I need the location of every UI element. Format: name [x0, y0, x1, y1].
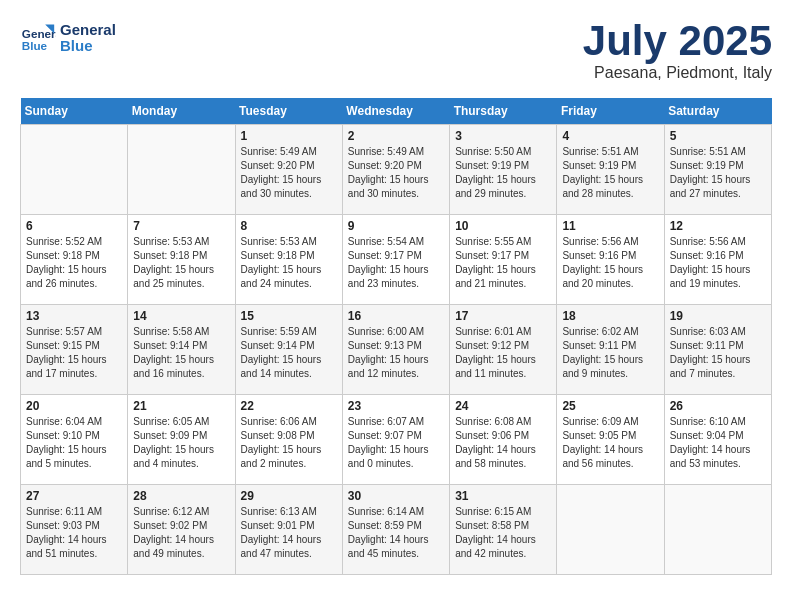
calendar-cell: 21Sunrise: 6:05 AM Sunset: 9:09 PM Dayli… [128, 395, 235, 485]
day-info: Sunrise: 5:56 AM Sunset: 9:16 PM Dayligh… [562, 235, 658, 291]
calendar-cell: 22Sunrise: 6:06 AM Sunset: 9:08 PM Dayli… [235, 395, 342, 485]
day-number: 16 [348, 309, 444, 323]
day-number: 29 [241, 489, 337, 503]
day-number: 4 [562, 129, 658, 143]
day-info: Sunrise: 6:05 AM Sunset: 9:09 PM Dayligh… [133, 415, 229, 471]
day-number: 2 [348, 129, 444, 143]
day-info: Sunrise: 6:03 AM Sunset: 9:11 PM Dayligh… [670, 325, 766, 381]
day-info: Sunrise: 5:52 AM Sunset: 9:18 PM Dayligh… [26, 235, 122, 291]
day-number: 6 [26, 219, 122, 233]
calendar-cell: 8Sunrise: 5:53 AM Sunset: 9:18 PM Daylig… [235, 215, 342, 305]
day-info: Sunrise: 6:11 AM Sunset: 9:03 PM Dayligh… [26, 505, 122, 561]
calendar-cell: 5Sunrise: 5:51 AM Sunset: 9:19 PM Daylig… [664, 125, 771, 215]
calendar: SundayMondayTuesdayWednesdayThursdayFrid… [20, 98, 772, 575]
calendar-cell: 1Sunrise: 5:49 AM Sunset: 9:20 PM Daylig… [235, 125, 342, 215]
calendar-cell: 12Sunrise: 5:56 AM Sunset: 9:16 PM Dayli… [664, 215, 771, 305]
calendar-cell: 26Sunrise: 6:10 AM Sunset: 9:04 PM Dayli… [664, 395, 771, 485]
day-info: Sunrise: 6:06 AM Sunset: 9:08 PM Dayligh… [241, 415, 337, 471]
day-number: 31 [455, 489, 551, 503]
calendar-cell: 6Sunrise: 5:52 AM Sunset: 9:18 PM Daylig… [21, 215, 128, 305]
day-number: 8 [241, 219, 337, 233]
day-info: Sunrise: 5:58 AM Sunset: 9:14 PM Dayligh… [133, 325, 229, 381]
day-info: Sunrise: 6:13 AM Sunset: 9:01 PM Dayligh… [241, 505, 337, 561]
weekday-header: Sunday [21, 98, 128, 125]
calendar-cell: 19Sunrise: 6:03 AM Sunset: 9:11 PM Dayli… [664, 305, 771, 395]
day-number: 3 [455, 129, 551, 143]
day-number: 7 [133, 219, 229, 233]
calendar-cell: 24Sunrise: 6:08 AM Sunset: 9:06 PM Dayli… [450, 395, 557, 485]
day-number: 1 [241, 129, 337, 143]
calendar-cell: 3Sunrise: 5:50 AM Sunset: 9:19 PM Daylig… [450, 125, 557, 215]
day-number: 11 [562, 219, 658, 233]
calendar-cell: 15Sunrise: 5:59 AM Sunset: 9:14 PM Dayli… [235, 305, 342, 395]
day-info: Sunrise: 6:12 AM Sunset: 9:02 PM Dayligh… [133, 505, 229, 561]
weekday-header: Friday [557, 98, 664, 125]
day-number: 19 [670, 309, 766, 323]
logo-general: General [60, 22, 116, 39]
calendar-cell: 23Sunrise: 6:07 AM Sunset: 9:07 PM Dayli… [342, 395, 449, 485]
weekday-header-row: SundayMondayTuesdayWednesdayThursdayFrid… [21, 98, 772, 125]
weekday-header: Monday [128, 98, 235, 125]
day-info: Sunrise: 5:51 AM Sunset: 9:19 PM Dayligh… [670, 145, 766, 201]
day-info: Sunrise: 6:15 AM Sunset: 8:58 PM Dayligh… [455, 505, 551, 561]
day-number: 5 [670, 129, 766, 143]
day-info: Sunrise: 5:53 AM Sunset: 9:18 PM Dayligh… [241, 235, 337, 291]
day-number: 24 [455, 399, 551, 413]
day-info: Sunrise: 5:50 AM Sunset: 9:19 PM Dayligh… [455, 145, 551, 201]
calendar-cell: 7Sunrise: 5:53 AM Sunset: 9:18 PM Daylig… [128, 215, 235, 305]
day-info: Sunrise: 6:14 AM Sunset: 8:59 PM Dayligh… [348, 505, 444, 561]
calendar-cell: 27Sunrise: 6:11 AM Sunset: 9:03 PM Dayli… [21, 485, 128, 575]
calendar-week-row: 13Sunrise: 5:57 AM Sunset: 9:15 PM Dayli… [21, 305, 772, 395]
weekday-header: Tuesday [235, 98, 342, 125]
title-block: July 2025 Paesana, Piedmont, Italy [583, 20, 772, 82]
calendar-week-row: 6Sunrise: 5:52 AM Sunset: 9:18 PM Daylig… [21, 215, 772, 305]
day-info: Sunrise: 6:01 AM Sunset: 9:12 PM Dayligh… [455, 325, 551, 381]
calendar-cell: 13Sunrise: 5:57 AM Sunset: 9:15 PM Dayli… [21, 305, 128, 395]
calendar-cell: 17Sunrise: 6:01 AM Sunset: 9:12 PM Dayli… [450, 305, 557, 395]
day-number: 15 [241, 309, 337, 323]
logo: General Blue General Blue [20, 20, 116, 56]
calendar-cell [21, 125, 128, 215]
day-number: 30 [348, 489, 444, 503]
day-number: 13 [26, 309, 122, 323]
weekday-header: Wednesday [342, 98, 449, 125]
day-number: 20 [26, 399, 122, 413]
day-info: Sunrise: 5:53 AM Sunset: 9:18 PM Dayligh… [133, 235, 229, 291]
calendar-cell: 16Sunrise: 6:00 AM Sunset: 9:13 PM Dayli… [342, 305, 449, 395]
calendar-cell: 18Sunrise: 6:02 AM Sunset: 9:11 PM Dayli… [557, 305, 664, 395]
calendar-cell: 25Sunrise: 6:09 AM Sunset: 9:05 PM Dayli… [557, 395, 664, 485]
day-number: 21 [133, 399, 229, 413]
calendar-week-row: 1Sunrise: 5:49 AM Sunset: 9:20 PM Daylig… [21, 125, 772, 215]
day-number: 23 [348, 399, 444, 413]
day-number: 25 [562, 399, 658, 413]
day-number: 10 [455, 219, 551, 233]
calendar-cell: 29Sunrise: 6:13 AM Sunset: 9:01 PM Dayli… [235, 485, 342, 575]
day-info: Sunrise: 6:04 AM Sunset: 9:10 PM Dayligh… [26, 415, 122, 471]
calendar-week-row: 27Sunrise: 6:11 AM Sunset: 9:03 PM Dayli… [21, 485, 772, 575]
page-header: General Blue General Blue July 2025 Paes… [20, 20, 772, 82]
location: Paesana, Piedmont, Italy [583, 64, 772, 82]
calendar-cell: 20Sunrise: 6:04 AM Sunset: 9:10 PM Dayli… [21, 395, 128, 485]
day-info: Sunrise: 5:49 AM Sunset: 9:20 PM Dayligh… [241, 145, 337, 201]
day-info: Sunrise: 6:09 AM Sunset: 9:05 PM Dayligh… [562, 415, 658, 471]
day-number: 27 [26, 489, 122, 503]
day-info: Sunrise: 5:49 AM Sunset: 9:20 PM Dayligh… [348, 145, 444, 201]
calendar-cell: 31Sunrise: 6:15 AM Sunset: 8:58 PM Dayli… [450, 485, 557, 575]
calendar-cell: 2Sunrise: 5:49 AM Sunset: 9:20 PM Daylig… [342, 125, 449, 215]
calendar-cell [664, 485, 771, 575]
weekday-header: Thursday [450, 98, 557, 125]
day-info: Sunrise: 5:59 AM Sunset: 9:14 PM Dayligh… [241, 325, 337, 381]
logo-blue: Blue [60, 38, 116, 55]
day-number: 22 [241, 399, 337, 413]
calendar-cell: 30Sunrise: 6:14 AM Sunset: 8:59 PM Dayli… [342, 485, 449, 575]
day-info: Sunrise: 6:08 AM Sunset: 9:06 PM Dayligh… [455, 415, 551, 471]
day-info: Sunrise: 5:51 AM Sunset: 9:19 PM Dayligh… [562, 145, 658, 201]
calendar-cell: 9Sunrise: 5:54 AM Sunset: 9:17 PM Daylig… [342, 215, 449, 305]
day-info: Sunrise: 6:02 AM Sunset: 9:11 PM Dayligh… [562, 325, 658, 381]
day-info: Sunrise: 5:56 AM Sunset: 9:16 PM Dayligh… [670, 235, 766, 291]
day-info: Sunrise: 5:57 AM Sunset: 9:15 PM Dayligh… [26, 325, 122, 381]
day-number: 26 [670, 399, 766, 413]
calendar-cell: 11Sunrise: 5:56 AM Sunset: 9:16 PM Dayli… [557, 215, 664, 305]
day-info: Sunrise: 6:07 AM Sunset: 9:07 PM Dayligh… [348, 415, 444, 471]
calendar-cell: 14Sunrise: 5:58 AM Sunset: 9:14 PM Dayli… [128, 305, 235, 395]
